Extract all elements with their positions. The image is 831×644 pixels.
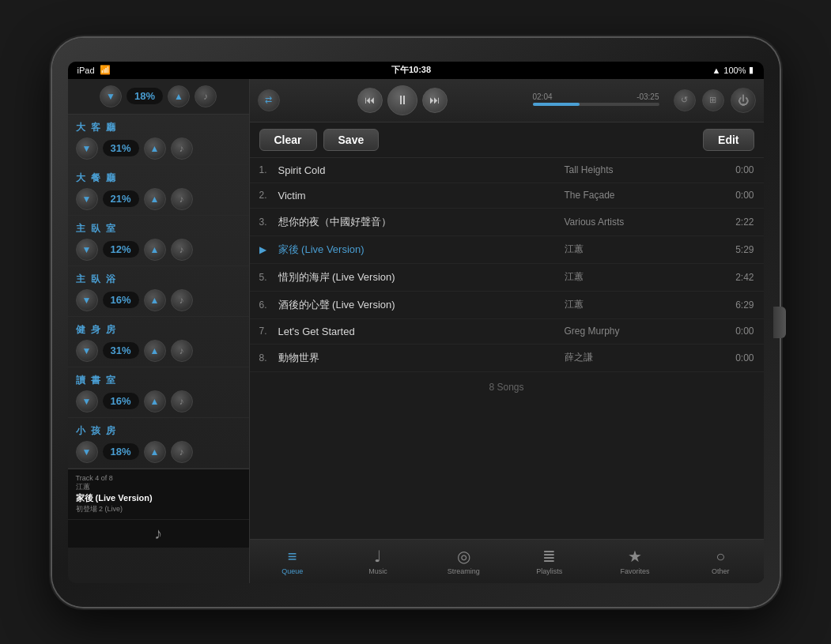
clear-button[interactable]: Clear xyxy=(259,129,317,151)
pause-button[interactable]: ⏸ xyxy=(387,85,417,115)
room-vol-up-5[interactable]: ▲ xyxy=(144,390,166,412)
tab-music[interactable]: ♩ Music xyxy=(335,540,421,583)
room-speaker-6[interactable]: ♪ xyxy=(171,441,193,463)
song-num-4: 5. xyxy=(259,272,278,283)
song-artist-2: Various Artists xyxy=(565,217,723,228)
room-vol-down-0[interactable]: ▼ xyxy=(76,137,98,160)
streaming-tab-icon: ◎ xyxy=(457,547,470,566)
song-artist-7: 薛之謙 xyxy=(565,351,723,364)
table-row[interactable]: 2. Victim The Façade 0:00 xyxy=(250,183,764,209)
ipad-frame: iPad 📶 下午10:38 ▲ 100% ▮ ▼ 18% ▲ ♪ xyxy=(52,38,780,607)
room-speaker-0[interactable]: ♪ xyxy=(171,137,193,160)
room-speaker-3[interactable]: ♪ xyxy=(171,289,193,311)
other-tab-icon: ○ xyxy=(716,548,725,566)
room-vol-down-1[interactable]: ▼ xyxy=(76,188,98,210)
room-vol-down-3[interactable]: ▼ xyxy=(76,289,98,311)
room-item-0: 大 客 廳 ▼ 31% ▲ ♪ xyxy=(68,115,249,165)
room-vol-up-1[interactable]: ▲ xyxy=(144,188,166,210)
room-vol-down-5[interactable]: ▼ xyxy=(76,390,98,412)
room-controls-2: ▼ 12% ▲ ♪ xyxy=(76,239,241,261)
now-playing-track: Track 4 of 8 xyxy=(76,474,241,482)
queue-controls: Clear Save Edit xyxy=(250,122,764,158)
song-artist-5: 江蕙 xyxy=(565,298,723,311)
table-row[interactable]: 3. 想你的夜（中國好聲音） Various Artists 2:22 xyxy=(250,209,764,236)
room-vol-up-0[interactable]: ▲ xyxy=(144,137,166,160)
signal-icon: ▲ xyxy=(712,66,720,75)
song-duration-0: 0:00 xyxy=(723,164,754,175)
song-artist-1: The Façade xyxy=(565,190,723,201)
room-vol-up-2[interactable]: ▲ xyxy=(144,239,166,261)
table-row[interactable]: 5. 惜別的海岸 (Live Version) 江蕙 2:42 xyxy=(250,264,764,292)
music-tab-icon: ♩ xyxy=(374,547,381,566)
room-vol-up-3[interactable]: ▲ xyxy=(144,289,166,311)
room-name-1: 大 餐 廳 xyxy=(76,171,241,185)
room-speaker-1[interactable]: ♪ xyxy=(171,188,193,210)
room-name-0: 大 客 廳 xyxy=(76,121,241,134)
player-controls: ⇄ ⏮ ⏸ ⏭ 02:04 -03:25 xyxy=(250,79,764,122)
tab-queue[interactable]: ≡ Queue xyxy=(250,540,335,583)
song-num-1: 2. xyxy=(259,190,278,201)
progress-bar[interactable] xyxy=(533,103,659,106)
room-vol-down-6[interactable]: ▼ xyxy=(76,441,98,463)
shuffle-button[interactable]: ⇄ xyxy=(258,89,280,111)
room-vol-up-4[interactable]: ▲ xyxy=(144,340,166,362)
tab-favorites[interactable]: ★ Favorites xyxy=(592,540,678,583)
table-row[interactable]: 1. Spirit Cold Tall Heights 0:00 xyxy=(250,158,764,183)
main-area: ▼ 18% ▲ ♪ 大 客 廳 ▼ 31% ▲ ♪ 大 餐 廳 ▼ 21% ▲ … xyxy=(68,79,764,583)
room-vol-display-1: 21% xyxy=(103,190,139,207)
status-bar: iPad 📶 下午10:38 ▲ 100% ▮ xyxy=(68,62,764,79)
room-vol-display-3: 16% xyxy=(103,292,139,308)
room-speaker-4[interactable]: ♪ xyxy=(171,340,193,362)
song-num-7: 8. xyxy=(259,352,278,363)
power-button[interactable]: ⏻ xyxy=(731,88,756,113)
table-row[interactable]: 8. 動物世界 薛之謙 0:00 xyxy=(250,345,764,372)
save-button[interactable]: Save xyxy=(323,129,380,151)
remaining-time: -03:25 xyxy=(636,92,659,101)
room-speaker-2[interactable]: ♪ xyxy=(171,239,193,261)
table-row[interactable]: 6. 酒後的心聲 (Live Version) 江蕙 6:29 xyxy=(250,292,764,319)
room-item-6: 小 孩 房 ▼ 18% ▲ ♪ xyxy=(68,418,249,469)
airplay-button[interactable]: ⊞ xyxy=(702,89,724,111)
song-count: 8 Songs xyxy=(250,372,764,402)
song-num-2: 3. xyxy=(259,217,278,228)
battery-icon: ▮ xyxy=(749,65,754,75)
side-button[interactable] xyxy=(773,307,786,338)
tab-other[interactable]: ○ Other xyxy=(678,540,763,583)
table-row[interactable]: ▶ 家後 (Live Version) 江蕙 5:29 xyxy=(250,236,764,264)
now-playing-artist: 江蕙 xyxy=(76,482,241,492)
song-list: 1. Spirit Cold Tall Heights 0:00 2. Vict… xyxy=(250,158,764,539)
song-title-3: 家後 (Live Version) xyxy=(278,243,565,257)
now-playing-album: 初登場 2 (Live) xyxy=(76,504,241,514)
song-duration-5: 6:29 xyxy=(723,299,754,311)
master-volume-down-button[interactable]: ▼ xyxy=(100,85,122,107)
song-title-4: 惜別的海岸 (Live Version) xyxy=(278,270,565,284)
edit-button[interactable]: Edit xyxy=(703,129,754,151)
song-artist-6: Greg Murphy xyxy=(565,326,723,337)
room-vol-display-2: 12% xyxy=(103,241,139,258)
tab-playlists[interactable]: ≣ Playlists xyxy=(506,540,591,583)
room-vol-down-2[interactable]: ▼ xyxy=(76,239,98,261)
master-volume-up-button[interactable]: ▲ xyxy=(168,85,190,107)
next-button[interactable]: ⏭ xyxy=(422,88,448,113)
previous-button[interactable]: ⏮ xyxy=(357,88,383,113)
tab-streaming[interactable]: ◎ Streaming xyxy=(421,540,506,583)
other-tab-label: Other xyxy=(712,567,730,575)
room-item-3: 主 臥 浴 ▼ 16% ▲ ♪ xyxy=(68,266,249,317)
repeat-button[interactable]: ↺ xyxy=(674,89,696,111)
song-title-7: 動物世界 xyxy=(278,351,565,365)
favorites-tab-label: Favorites xyxy=(620,567,649,575)
playlists-tab-label: Playlists xyxy=(536,567,562,575)
room-vol-display-4: 31% xyxy=(103,342,139,359)
table-row[interactable]: 7. Let's Get Started Greg Murphy 0:00 xyxy=(250,319,764,345)
song-title-1: Victim xyxy=(278,190,565,201)
room-item-2: 主 臥 室 ▼ 12% ▲ ♪ xyxy=(68,216,249,266)
room-speaker-5[interactable]: ♪ xyxy=(171,390,193,412)
ipad-screen: iPad 📶 下午10:38 ▲ 100% ▮ ▼ 18% ▲ ♪ xyxy=(68,62,764,583)
playback-buttons: ⏮ ⏸ ⏭ xyxy=(286,85,519,115)
room-vol-down-4[interactable]: ▼ xyxy=(76,340,98,362)
room-vol-up-6[interactable]: ▲ xyxy=(144,441,166,463)
song-num-6: 7. xyxy=(259,326,278,337)
master-speaker-button[interactable]: ♪ xyxy=(195,85,217,107)
room-name-5: 讀 書 室 xyxy=(76,374,241,387)
song-duration-3: 5:29 xyxy=(723,244,754,255)
